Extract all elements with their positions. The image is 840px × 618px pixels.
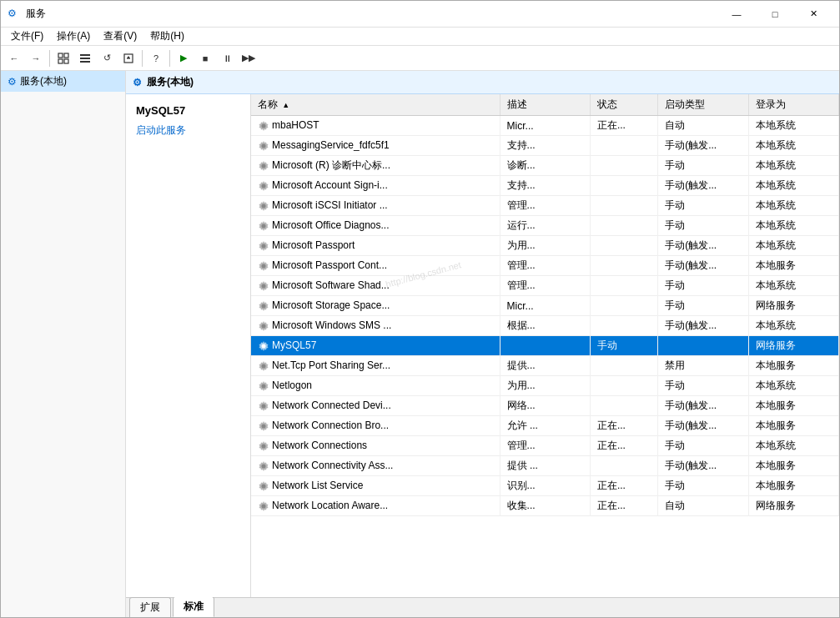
list-icon [79, 53, 91, 64]
table-row[interactable]: Network Connection Bro...允许 ...正在...手动(触… [251, 416, 839, 436]
bottom-tabs: 扩展 标准 [126, 597, 839, 617]
service-login-cell: 本地系统 [748, 376, 838, 396]
service-status-cell [590, 356, 657, 376]
table-row[interactable]: Netlogon为用...手动本地系统 [251, 376, 839, 396]
table-row[interactable]: Network Connectivity Ass...提供 ...手动(触发..… [251, 456, 839, 476]
menu-action[interactable]: 操作(A) [50, 28, 97, 45]
service-start-cell: 手动 [658, 156, 748, 176]
grid-icon [58, 53, 69, 64]
col-header-login[interactable]: 登录为 [748, 94, 838, 116]
service-row-icon [258, 260, 269, 272]
toolbar-sep-1 [49, 50, 50, 67]
service-start-cell: 手动(触发... [658, 256, 748, 276]
service-row-icon [258, 480, 269, 492]
menu-file[interactable]: 文件(F) [4, 28, 50, 45]
window-title: 服务 [26, 7, 717, 21]
service-name-cell: Microsoft (R) 诊断中心标... [251, 156, 500, 176]
stop-button[interactable]: ■ [195, 48, 215, 68]
start-service-link[interactable]: 启动此服务 [136, 123, 240, 138]
service-login-cell: 本地系统 [748, 176, 838, 196]
tab-expand[interactable]: 扩展 [129, 597, 171, 617]
play-button[interactable]: ▶ [174, 48, 194, 68]
table-row[interactable]: Microsoft (R) 诊断中心标...诊断...手动本地系统 [251, 156, 839, 176]
col-header-desc[interactable]: 描述 [500, 94, 590, 116]
service-name-cell: MySQL57 [251, 336, 500, 356]
service-status-cell: 正在... [590, 436, 657, 456]
menu-help[interactable]: 帮助(H) [143, 28, 191, 45]
table-row[interactable]: Network Location Aware...收集...正在...自动网络服… [251, 496, 839, 516]
maximize-button[interactable]: □ [756, 1, 794, 28]
service-desc-cell: 提供... [500, 356, 590, 376]
service-login-cell: 网络服务 [748, 296, 838, 316]
service-start-cell: 手动(触发... [658, 416, 748, 436]
service-desc-cell: 管理... [500, 436, 590, 456]
col-header-start[interactable]: 启动类型 [658, 94, 748, 116]
table-row[interactable]: Microsoft Storage Space...Micr...手动网络服务 [251, 296, 839, 316]
menu-view[interactable]: 查看(V) [97, 28, 143, 45]
col-header-name[interactable]: 名称 ▲ [251, 94, 500, 116]
service-start-cell: 自动 [658, 116, 748, 136]
pause-button[interactable]: ⏸ [217, 48, 237, 68]
menubar: 文件(F) 操作(A) 查看(V) 帮助(H) [1, 28, 839, 46]
table-row[interactable]: Microsoft Windows SMS ...根据...手动(触发...本地… [251, 316, 839, 336]
table-row[interactable]: Net.Tcp Port Sharing Ser...提供...禁用本地服务 [251, 356, 839, 376]
minimize-button[interactable]: — [717, 1, 756, 28]
table-container[interactable]: 名称 ▲ 描述 状态 启动类型 登录为 mbaHOSTM [251, 94, 839, 597]
service-login-cell: 本地系统 [748, 436, 838, 456]
export-button[interactable] [118, 48, 138, 68]
help-button[interactable]: ? [146, 48, 166, 68]
table-row[interactable]: Network Connected Devi...网络...手动(触发...本地… [251, 396, 839, 416]
service-name-cell: Microsoft Office Diagnos... [251, 216, 500, 236]
service-row-icon [258, 200, 269, 212]
col-header-status[interactable]: 状态 [590, 94, 657, 116]
service-name-cell: Microsoft Storage Space... [251, 296, 500, 316]
service-name-cell: Microsoft Windows SMS ... [251, 316, 500, 336]
close-button[interactable]: ✕ [794, 1, 832, 28]
sidebar-item-local-services[interactable]: ⚙ 服务(本地) [1, 71, 125, 92]
table-row[interactable]: mbaHOSTMicr...正在...自动本地系统 [251, 116, 839, 136]
service-start-cell: 手动 [658, 196, 748, 216]
table-row[interactable]: Network Connections管理...正在...手动本地系统 [251, 436, 839, 456]
table-row[interactable]: Microsoft Passport Cont...管理...手动(触发...本… [251, 256, 839, 276]
service-name-cell: Network Connectivity Ass... [251, 456, 500, 476]
sidebar-item-label: 服务(本地) [20, 74, 67, 88]
main-window: ⚙ 服务 — □ ✕ 文件(F) 操作(A) 查看(V) 帮助(H) ← → [0, 0, 840, 618]
service-name-cell: Microsoft Passport Cont... [251, 256, 500, 276]
table-row[interactable]: MessagingService_fdfc5f1支持...手动(触发...本地系… [251, 136, 839, 156]
service-login-cell: 本地服务 [748, 416, 838, 436]
service-status-cell [590, 396, 657, 416]
service-name-cell: Microsoft Passport [251, 236, 500, 256]
service-name-cell: Network Connection Bro... [251, 416, 500, 436]
restart-button[interactable]: ▶▶ [239, 48, 259, 68]
toolbar-btn-1[interactable] [53, 48, 73, 68]
service-status-cell: 正在... [590, 476, 657, 496]
back-button[interactable]: ← [4, 48, 24, 68]
table-row[interactable]: Microsoft Passport为用...手动(触发...本地系统 [251, 236, 839, 256]
service-desc-cell: 支持... [500, 176, 590, 196]
service-desc-cell: 支持... [500, 136, 590, 156]
service-login-cell: 本地系统 [748, 116, 838, 136]
table-row[interactable]: Network List Service识别...正在...手动本地服务 [251, 476, 839, 496]
service-row-icon [258, 240, 269, 252]
table-row[interactable]: Microsoft Office Diagnos...运行...手动本地系统 [251, 216, 839, 236]
tab-standard[interactable]: 标准 [173, 596, 214, 617]
service-status-cell: 正在... [590, 496, 657, 516]
table-row[interactable]: MySQL57手动网络服务 [251, 336, 839, 356]
toolbar-btn-2[interactable] [75, 48, 95, 68]
refresh-button[interactable]: ↺ [97, 48, 117, 68]
service-desc-cell [500, 336, 590, 356]
service-login-cell: 本地系统 [748, 136, 838, 156]
table-row[interactable]: Microsoft Account Sign-i...支持...手动(触发...… [251, 176, 839, 196]
service-name-cell: Network Location Aware... [251, 496, 500, 516]
service-status-cell: 手动 [590, 336, 657, 356]
export-icon [123, 53, 134, 64]
service-desc-cell: 管理... [500, 276, 590, 296]
header-icon: ⚙ [133, 77, 142, 88]
content-area: ⚙ 服务(本地) MySQL57 启动此服务 [126, 71, 839, 617]
table-row[interactable]: Microsoft Software Shad...管理...手动本地系统 [251, 276, 839, 296]
forward-button[interactable]: → [26, 48, 46, 68]
service-start-cell: 手动 [658, 276, 748, 296]
service-start-cell: 手动 [658, 296, 748, 316]
table-row[interactable]: Microsoft iSCSI Initiator ...管理...手动本地系统 [251, 196, 839, 216]
service-start-cell: 手动 [658, 376, 748, 396]
